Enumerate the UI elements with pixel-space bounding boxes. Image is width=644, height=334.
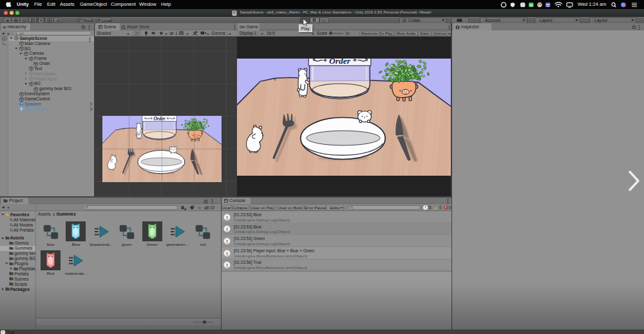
svg-text:W: W (529, 3, 533, 7)
svg-text:!: ! (435, 207, 436, 210)
